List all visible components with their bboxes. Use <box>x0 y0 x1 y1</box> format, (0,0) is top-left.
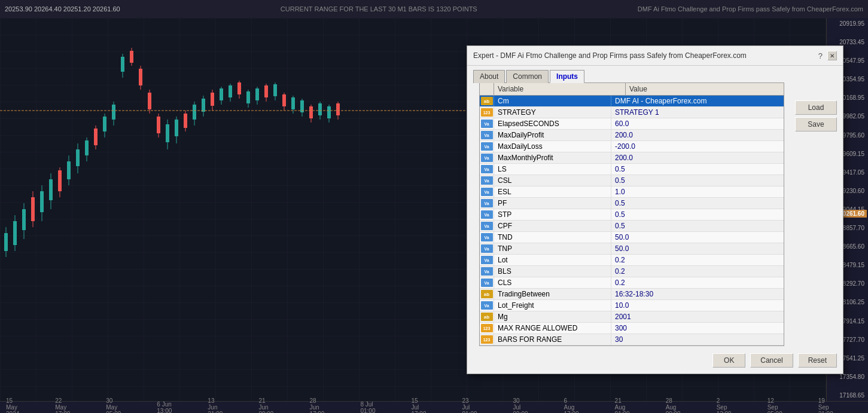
tab-common[interactable]: Common <box>506 70 549 83</box>
svg-rect-25 <box>103 117 106 131</box>
row-icon-var: Va <box>480 130 494 140</box>
table-row[interactable]: Va ESL 1.0 <box>480 186 784 198</box>
chart-top-right: DMF Ai Ftmo Challenge and Prop Firms pas… <box>638 5 863 13</box>
row-icon-var: Va <box>480 141 494 152</box>
table-row[interactable]: ab TradingBetween 16:32-18:30 <box>480 289 784 300</box>
table-row[interactable]: Va BLS 0.2 <box>480 266 784 277</box>
table-row[interactable]: Va MaxDailyLoss -200.0 <box>480 141 784 152</box>
table-row[interactable]: Va PF 0.5 <box>480 198 784 209</box>
svg-rect-73 <box>318 103 322 115</box>
row-icon-var: Va <box>480 118 494 129</box>
svg-rect-35 <box>148 93 151 109</box>
row-value: 0.5 <box>611 164 784 175</box>
table-row[interactable]: Va Lot_Freight 10.0 <box>480 300 784 311</box>
svg-rect-61 <box>264 85 268 97</box>
header-value: Value <box>626 83 784 95</box>
row-variable: TND <box>494 232 611 243</box>
row-value: 0.2 <box>611 266 784 277</box>
table-row[interactable]: Va Lot 0.2 <box>480 255 784 266</box>
table-row[interactable]: Va STP 0.5 <box>480 209 784 221</box>
row-value: 50.0 <box>611 243 784 254</box>
table-header: Variable Value <box>480 83 784 96</box>
table-row[interactable]: 123 STRATEGY STRATEGY 1 <box>480 107 784 118</box>
row-variable: MaxDailyProfit <box>494 130 611 140</box>
save-button[interactable]: Save <box>795 117 837 131</box>
svg-rect-53 <box>229 85 232 97</box>
row-variable: LS <box>494 164 611 175</box>
row-icon-ab: ab <box>480 96 494 106</box>
svg-rect-17 <box>67 161 71 179</box>
row-variable: CSL <box>494 175 611 186</box>
inputs-table: Variable Value ab Cm DMF AI - CheaperFor… <box>479 82 784 346</box>
row-icon-ea: 123 <box>480 107 494 118</box>
row-variable: TradingBetween <box>494 289 611 299</box>
reset-button[interactable]: Reset <box>798 353 837 368</box>
row-icon-var: Va <box>480 266 494 277</box>
dialog-controls: ? ✕ <box>818 51 837 60</box>
tab-about[interactable]: About <box>473 70 505 83</box>
row-icon-var: Va <box>480 243 494 254</box>
row-icon-var: Va <box>480 300 494 311</box>
row-icon-var: Va <box>480 221 494 231</box>
table-row[interactable]: 123 BARS FOR RANGE 30 <box>480 334 784 345</box>
row-value: 50.0 <box>611 232 784 243</box>
table-row[interactable]: Va LS 0.5 <box>480 164 784 175</box>
table-row[interactable]: Va MaxDailyProfit 200.0 <box>480 130 784 141</box>
svg-rect-51 <box>220 88 223 100</box>
row-variable: MAX RANGE ALLOWED <box>494 323 611 334</box>
svg-rect-37 <box>157 117 160 133</box>
svg-rect-5 <box>13 221 17 245</box>
table-row[interactable]: Va MaxMonthlyProfit 200.0 <box>480 152 784 164</box>
table-row[interactable]: Va CSL 0.5 <box>480 175 784 186</box>
row-value: 16:32-18:30 <box>611 289 784 299</box>
bottom-buttons: OK Cancel Reset <box>467 350 843 374</box>
row-value: 0.2 <box>611 255 784 265</box>
row-icon-var: Va <box>480 209 494 220</box>
table-row[interactable]: ab Mg 2001 <box>480 311 784 323</box>
help-button[interactable]: ? <box>818 51 823 60</box>
row-variable: MaxDailyLoss <box>494 141 611 152</box>
table-row[interactable]: Va ElapsedSECONDS 60.0 <box>480 118 784 130</box>
svg-rect-7 <box>22 209 26 230</box>
row-variable: Lot <box>494 255 611 265</box>
tab-inputs[interactable]: Inputs <box>550 70 584 83</box>
row-icon-var: Va <box>480 198 494 209</box>
svg-rect-15 <box>58 170 62 191</box>
inputs-table-wrapper: Variable Value ab Cm DMF AI - CheaperFor… <box>473 82 790 350</box>
row-variable: BLS <box>494 266 611 277</box>
row-variable: CPF <box>494 221 611 231</box>
row-icon-var: Va <box>480 277 494 288</box>
dialog-titlebar: Expert - DMF Ai Ftmo Challenge and Prop … <box>467 46 843 66</box>
row-value: 0.5 <box>611 175 784 186</box>
row-variable: Cm <box>494 96 611 106</box>
svg-rect-43 <box>184 114 187 128</box>
cancel-button[interactable]: Cancel <box>750 353 793 368</box>
row-variable: CLS <box>494 277 611 288</box>
row-variable: ESL <box>494 186 611 197</box>
svg-rect-63 <box>273 84 277 96</box>
row-value: STRATEGY 1 <box>611 107 784 118</box>
svg-rect-45 <box>193 105 196 120</box>
svg-rect-11 <box>40 191 44 212</box>
row-variable: PF <box>494 198 611 209</box>
row-value: DMF AI - CheaperForex.com <box>611 96 784 106</box>
load-button[interactable]: Load <box>795 100 837 115</box>
svg-rect-31 <box>130 51 133 63</box>
table-row[interactable]: ab Cm DMF AI - CheaperForex.com <box>480 96 784 107</box>
table-row[interactable]: Va CLS 0.2 <box>480 277 784 289</box>
table-row[interactable]: Va TND 50.0 <box>480 232 784 243</box>
dialog-title: Expert - DMF Ai Ftmo Challenge and Prop … <box>473 51 747 60</box>
svg-rect-39 <box>166 124 169 142</box>
svg-rect-19 <box>76 149 80 166</box>
ok-button[interactable]: OK <box>712 353 745 368</box>
svg-rect-41 <box>175 120 178 136</box>
table-row[interactable]: Va TNP 50.0 <box>480 243 784 255</box>
table-row[interactable]: Va CPF 0.5 <box>480 221 784 232</box>
row-variable: Mg <box>494 311 611 322</box>
svg-rect-27 <box>112 105 115 120</box>
row-icon-var: Va <box>480 164 494 175</box>
svg-rect-55 <box>237 82 241 94</box>
close-button[interactable]: ✕ <box>827 51 837 60</box>
table-row[interactable]: 123 MAX RANGE ALLOWED 300 <box>480 323 784 334</box>
time-axis: 15 May 2024 22 May 17:00 30 May 05:00 6 … <box>0 401 868 413</box>
